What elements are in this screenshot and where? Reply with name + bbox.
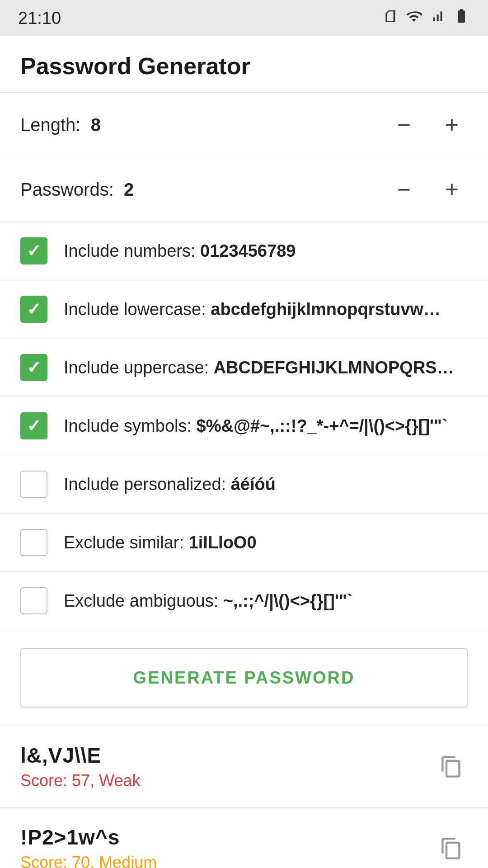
checkbox-lowercase[interactable] xyxy=(20,296,47,323)
checkbox-label-numbers: Include numbers: 0123456789 xyxy=(64,241,468,261)
checkbox-row-numbers: Include numbers: 0123456789 xyxy=(0,222,488,280)
length-controls: − + xyxy=(388,109,468,141)
checkbox-row-symbols: Include symbols: $%&@#~,.::!?_*-+^=/|\()… xyxy=(0,397,488,455)
copy-button-2[interactable] xyxy=(435,832,468,865)
passwords-value: 2 xyxy=(124,179,134,199)
copy-button-1[interactable] xyxy=(435,750,468,783)
passwords-label: Passwords: 2 xyxy=(20,179,134,200)
passwords-row: Passwords: 2 − + xyxy=(0,157,488,222)
page-title: Password Generator xyxy=(20,52,468,80)
length-decrease-button[interactable]: − xyxy=(388,109,420,141)
checkbox-symbols[interactable] xyxy=(20,412,47,439)
wifi-icon xyxy=(406,8,422,28)
checkbox-exclude-ambiguous[interactable] xyxy=(20,587,47,614)
password-text-1: l&,VJ\\E xyxy=(20,743,435,768)
status-bar: 21:10 xyxy=(0,0,488,36)
checkbox-label-exclude-ambiguous: Exclude ambiguous: ~,.:;^/|\()<>{}[]'"` xyxy=(64,591,468,611)
passwords-decrease-button[interactable]: − xyxy=(388,174,420,205)
length-label: Length: 8 xyxy=(20,115,101,135)
status-icons xyxy=(383,8,470,28)
results-container: l&,VJ\\EScore: 57, Weak !P2>1w^sScore: 7… xyxy=(0,726,488,868)
signal-icon xyxy=(430,9,445,27)
password-text-2: !P2>1w^s xyxy=(20,825,435,849)
battery-icon xyxy=(453,8,470,28)
checkbox-label-uppercase: Include uppercase: ABCDEFGHIJKLMNOPQRS… xyxy=(64,358,468,377)
length-row: Length: 8 − + xyxy=(0,93,488,157)
passwords-controls: − + xyxy=(388,174,468,205)
checkbox-personalized[interactable] xyxy=(20,471,47,498)
length-value: 8 xyxy=(91,115,101,135)
password-info-2: !P2>1w^sScore: 70, Medium xyxy=(20,825,435,868)
checkboxes-container: Include numbers: 0123456789Include lower… xyxy=(0,222,488,630)
password-score-1: Score: 57, Weak xyxy=(20,771,435,790)
checkbox-row-exclude-similar: Exclude similar: 1iILloO0 xyxy=(0,514,488,572)
checkbox-row-exclude-ambiguous: Exclude ambiguous: ~,.:;^/|\()<>{}[]'"` xyxy=(0,572,488,630)
checkbox-numbers[interactable] xyxy=(20,237,47,264)
content-area: Length: 8 − + Passwords: 2 − + Include n… xyxy=(0,93,488,868)
password-result-2: !P2>1w^sScore: 70, Medium xyxy=(0,808,488,868)
checkbox-row-personalized: Include personalized: áéíóú xyxy=(0,455,488,514)
checkbox-row-uppercase: Include uppercase: ABCDEFGHIJKLMNOPQRS… xyxy=(0,339,488,397)
checkbox-row-lowercase: Include lowercase: abcdefghijklmnopqrstu… xyxy=(0,280,488,339)
checkbox-exclude-similar[interactable] xyxy=(20,529,47,556)
checkbox-label-symbols: Include symbols: $%&@#~,.::!?_*-+^=/|\()… xyxy=(64,416,468,436)
password-info-1: l&,VJ\\EScore: 57, Weak xyxy=(20,743,435,790)
password-score-2: Score: 70, Medium xyxy=(20,853,435,868)
status-time: 21:10 xyxy=(18,9,61,28)
length-increase-button[interactable]: + xyxy=(436,109,468,141)
passwords-increase-button[interactable]: + xyxy=(436,174,468,205)
checkbox-label-exclude-similar: Exclude similar: 1iILloO0 xyxy=(64,533,468,552)
checkbox-label-lowercase: Include lowercase: abcdefghijklmnopqrstu… xyxy=(64,300,468,319)
password-result-1: l&,VJ\\EScore: 57, Weak xyxy=(0,726,488,808)
app-header: Password Generator xyxy=(0,36,488,93)
generate-section: GENERATE PASSWORD xyxy=(0,630,488,726)
checkbox-uppercase[interactable] xyxy=(20,354,47,381)
sim-icon xyxy=(383,9,398,27)
checkbox-label-personalized: Include personalized: áéíóú xyxy=(64,475,468,494)
generate-password-button[interactable]: GENERATE PASSWORD xyxy=(20,648,468,708)
